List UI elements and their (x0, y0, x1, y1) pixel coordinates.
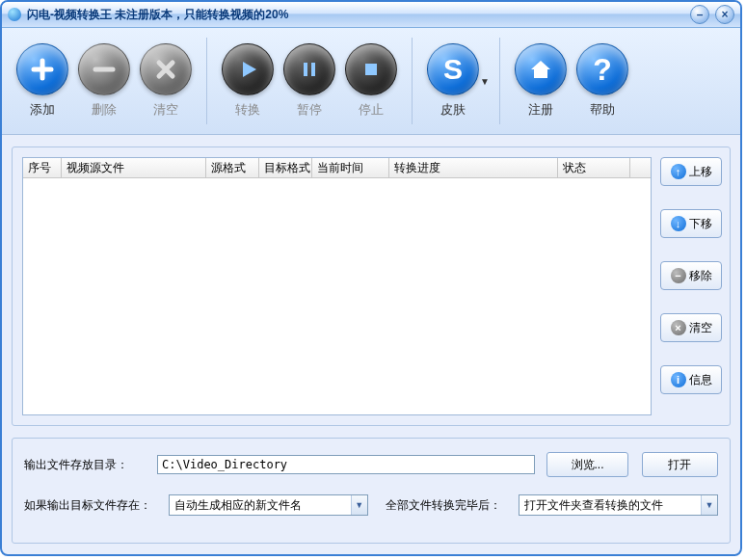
x-icon: × (671, 320, 686, 335)
pause-button[interactable]: 暂停 (279, 43, 340, 119)
if-exists-combo[interactable]: 自动生成相应的新文件名 ▼ (169, 494, 368, 516)
window-title: 闪电-视频转换王 未注册版本，只能转换视频的20% (27, 7, 288, 23)
convert-button[interactable]: 转换 (217, 43, 279, 119)
toolbar-separator (412, 38, 413, 124)
if-exists-label: 如果输出目标文件存在： (24, 497, 159, 514)
col-source[interactable]: 视频源文件 (62, 158, 206, 177)
move-down-button[interactable]: ↓ 下移 (660, 209, 722, 238)
add-button[interactable]: 添加 (12, 43, 73, 119)
col-spacer (630, 158, 651, 177)
arrow-up-icon: ↑ (671, 164, 686, 179)
clear-button[interactable]: × 清空 (660, 313, 722, 342)
close-button[interactable]: × (715, 5, 734, 24)
home-icon (515, 43, 567, 95)
help-button[interactable]: ? 帮助 (572, 43, 633, 119)
question-icon: ? (576, 43, 628, 95)
output-panel: 输出文件存放目录： 浏览... 打开 如果输出目标文件存在： 自动生成相应的新文… (12, 438, 731, 544)
clear-all-button[interactable]: 清空 (135, 43, 197, 119)
move-up-button[interactable]: ↑ 上移 (660, 157, 722, 186)
plus-icon (16, 43, 68, 95)
stop-button[interactable]: 停止 (340, 43, 402, 119)
info-icon: i (671, 372, 686, 387)
table-header-row: 序号 视频源文件 源格式 目标格式 当前时间 转换进度 状态 (23, 158, 651, 178)
play-icon (222, 43, 274, 95)
skin-dropdown-arrow[interactable]: ▼ (480, 56, 490, 106)
minus-icon (78, 43, 130, 95)
table-body[interactable] (23, 178, 651, 415)
stop-icon (345, 43, 397, 95)
col-index[interactable]: 序号 (23, 158, 62, 177)
minus-icon: − (671, 268, 686, 283)
app-window: 闪电-视频转换王 未注册版本，只能转换视频的20% – × 添加 删除 (0, 0, 742, 556)
main-toolbar: 添加 删除 清空 转换 (2, 28, 740, 135)
file-table[interactable]: 序号 视频源文件 源格式 目标格式 当前时间 转换进度 状态 (22, 157, 652, 415)
delete-button[interactable]: 删除 (73, 43, 135, 119)
col-progress[interactable]: 转换进度 (389, 158, 558, 177)
svg-rect-1 (311, 63, 315, 76)
content-panel: 序号 视频源文件 源格式 目标格式 当前时间 转换进度 状态 ↑ 上移 ↓ 下移… (12, 147, 731, 426)
output-dir-label: 输出文件存放目录： (24, 457, 147, 473)
x-icon (140, 43, 192, 95)
svg-rect-2 (365, 64, 377, 75)
info-button[interactable]: i 信息 (660, 365, 722, 394)
skin-button[interactable]: S 皮肤 (422, 43, 484, 119)
toolbar-separator (499, 38, 500, 124)
chevron-down-icon: ▼ (701, 495, 717, 515)
chevron-down-icon: ▼ (351, 495, 367, 515)
app-icon (8, 8, 21, 21)
arrow-down-icon: ↓ (671, 216, 686, 231)
after-all-label: 全部文件转换完毕后： (386, 497, 501, 514)
output-dir-input[interactable] (157, 455, 535, 474)
open-folder-button[interactable]: 打开 (642, 452, 718, 477)
svg-rect-0 (304, 63, 307, 76)
title-bar: 闪电-视频转换王 未注册版本，只能转换视频的20% – × (2, 2, 740, 28)
register-button[interactable]: 注册 (510, 43, 572, 119)
col-status[interactable]: 状态 (558, 158, 630, 177)
minimize-button[interactable]: – (690, 5, 709, 24)
toolbar-separator (206, 38, 207, 124)
browse-button[interactable]: 浏览... (546, 452, 628, 477)
remove-button[interactable]: − 移除 (660, 261, 722, 290)
skin-icon: S (427, 43, 479, 95)
pause-icon (283, 43, 335, 95)
col-dstfmt[interactable]: 目标格式 (259, 158, 312, 177)
side-buttons: ↑ 上移 ↓ 下移 − 移除 × 清空 i 信息 (660, 157, 722, 394)
after-all-combo[interactable]: 打开文件夹查看转换的文件 ▼ (519, 494, 718, 516)
col-srcfmt[interactable]: 源格式 (206, 158, 259, 177)
col-curtime[interactable]: 当前时间 (312, 158, 389, 177)
